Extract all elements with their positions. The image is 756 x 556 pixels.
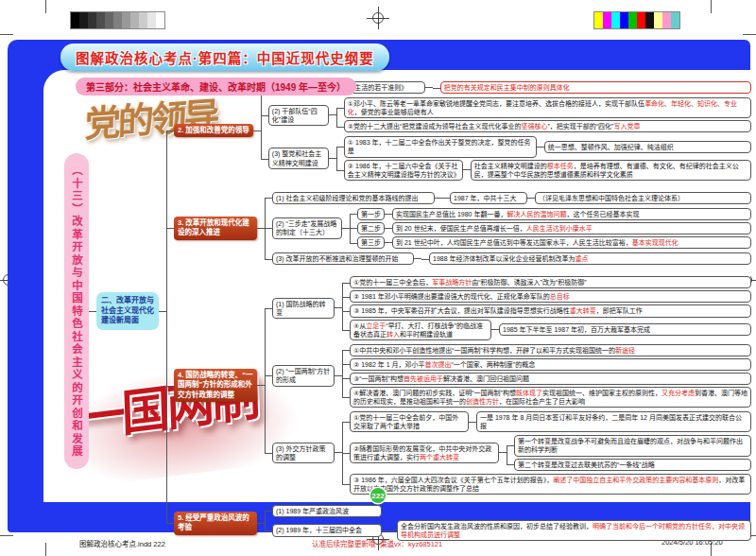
highlighted-text: 基本实现现代化 — [632, 239, 679, 246]
detail-row: 1987 年，中共十三大（详见毛泽东思想和中国特色社会主义理论体系） — [442, 191, 751, 205]
connector-line — [329, 114, 336, 115]
topic-label-box: (1) 国防战略的转变 — [272, 298, 335, 319]
connector-line — [385, 242, 392, 243]
color-swatch — [88, 12, 96, 28]
group-row: 3. 改革开放和现代化建设的深入推进(1) 社会主义初级阶段理论和党的基本路线的… — [166, 186, 751, 270]
connector-line — [527, 198, 535, 199]
color-swatch — [637, 12, 645, 28]
step-tag: 第一步 — [357, 208, 385, 220]
grayscale-calibration-bar — [70, 11, 165, 29]
detail-row: 把党的有关规定和民主集中制的原则具体化 — [433, 80, 751, 95]
connector-line — [463, 169, 471, 170]
topic-label-box: (2) “三步走”发展战略的制定（十三大） — [272, 217, 342, 238]
topic-label-box: (1) 社会主义初级阶段理论和党的基本路线的提出 — [272, 192, 435, 204]
topic-list: (1) 1989 年严重政治风波(2) 1989 年，十三届四中全会全会分析国内… — [265, 504, 751, 543]
color-swatch — [611, 12, 620, 28]
color-swatch — [662, 12, 671, 28]
detail-box: ②随着国际形势的发展变化，中共中央对外交政策进行重大调整，实行两个重大转变 — [350, 443, 499, 463]
page-title: 图解政治核心考点·第四篇：中国近现代史纲要 — [60, 43, 389, 71]
topic-label-box: (3) 整党和社会主义精神文明建设 — [268, 148, 329, 168]
side-note-row: 第一个转变是改变战争不可避免而且迫在眉睫的观点，对战争与和平问题作出新的科学判断 — [507, 434, 751, 457]
crop-mark — [45, 543, 46, 556]
detail-box: ④从立足于“早打、大打、打核战争”的临战准备状态真正转入和平时期建设轨道 — [350, 320, 491, 340]
group-label-box: 3. 改革开放和现代化建设的深入推进 — [174, 217, 257, 239]
chapter-title-box: （十三）改革开放与中国特色社会主义的开创和发展 — [64, 153, 89, 470]
detail-box: ①邓小平、陈云等老一辈革命家敏锐地提醒全党同志，要注意培养、选拔合格的接班人，实… — [344, 97, 751, 118]
detail-row: ①党的十一届三中全会后，军事战略方针由“积极防御、诱敌深入”改为“积极防御” — [342, 275, 751, 289]
highlighted-text: 两个重大转变 — [420, 454, 459, 460]
crop-mark — [0, 535, 13, 536]
detail-box: ③ 1985 年，中央军委召开扩大会议，提出对军队建设指导思想实行战略性重大转变… — [350, 304, 751, 317]
color-swatch — [594, 12, 603, 28]
highlighted-text: 首先被运用于 — [404, 375, 443, 382]
connector-line — [335, 375, 342, 376]
detail-list: ① 1983 年，十二届二中全会作出关于整党的决定，整党的任务是统一思想、整顿作… — [336, 135, 751, 181]
highlighted-text: 明确了当前和今后一个时期党的方针任务，对中央领导机构成员进行调整 — [401, 523, 745, 538]
detail-row: ③ 1985 年，中央军委召开扩大会议，提出对军队建设指导思想实行战略性重大转变… — [342, 304, 751, 318]
detail-row: ① 1983 年，十二届二中全会作出关于整党的决定，整党的任务是统一思想、整顿作… — [336, 135, 751, 158]
detail-list: ①中共中央和邓小平创造性地提出“一国两制”科学构想，开辟了以和平方式实现祖国统一… — [342, 343, 751, 408]
connector-line — [425, 87, 433, 88]
section-subtitle: 第三部分：社会主义革命、建设、改革时期（1949 年—至今） — [76, 78, 356, 96]
topic-label-box: (3) 外交方针政策的调整 — [272, 443, 335, 463]
detail-row: ②随着国际形势的发展变化，中共中央对外交政策进行重大调整，实行两个重大转变第一个… — [342, 433, 751, 472]
topic-list: (1) 社会主义初级阶段理论和党的基本路线的提出1987 年，中共十三大（详见毛… — [265, 190, 751, 267]
color-swatch — [628, 12, 637, 28]
group-label-box: 4. 国防战略的转变、“一国两制”方针的形成和外交方针政策的调整 — [174, 369, 257, 401]
highlighted-text: 立足于 — [366, 322, 386, 329]
connector-line — [491, 329, 499, 330]
color-swatch — [79, 12, 88, 28]
detail-list: ①邓小平、陈云等老一辈革命家敏锐地提醒全党同志，要注意培养、选拔合格的接班人，实… — [336, 96, 751, 133]
connector-line — [159, 311, 166, 312]
crop-mark — [711, 0, 712, 13]
detail-box: ② 1982 年 1 月，邓小平首次提出“一个国家、两种制度”的概念 — [350, 358, 751, 371]
color-swatch — [71, 12, 79, 28]
highlighted-text: 革命化、年轻化、知识化、专业化 — [348, 100, 737, 115]
side-note-box: 社会主义精神文明建设的根本任务，是培养有理想、有道德、有文化、有纪律的社会主义公… — [471, 160, 751, 181]
detail-box: 到 21 世纪中叶，人均国民生产总值达到中等发达国家水平，人民生活比较富裕，基本… — [392, 236, 751, 249]
cmyk-color-bar — [593, 11, 680, 29]
highlighted-text: 新途径 — [615, 347, 635, 354]
highlighted-text: 根本任务 — [547, 163, 574, 169]
side-note-box: （详见毛泽东思想和中国特色社会主义理论体系） — [535, 192, 751, 204]
detail-row: 第一步实现国民生产总值比 1980 年翻一番，解决人民的温饱问题，这个任务已经基… — [350, 207, 751, 221]
highlighted-text: 阐述了中国独立自主和平外交政策的主要内容和基本原则 — [553, 477, 718, 483]
group-row: 4. 国防战略的转变、“一国两制”方针的形成和外交方针政策的调整(1) 国防战略… — [166, 270, 751, 500]
highlighted-text: 又充分考虑 — [662, 390, 695, 396]
highlighted-text: 解决人民的温饱问题 — [507, 211, 566, 217]
detail-box: ①党的十一届三中全会后，军事战略方针由“积极防御、诱敌深入”改为“积极防御” — [350, 276, 751, 288]
topic-label-box: (1) 1989 年严重政治风波 — [272, 505, 382, 517]
detail-box: ② 1981 年邓小平明确提出要建设强大的现代化、正规化革命军队的总目标 — [350, 290, 751, 303]
crop-mark — [0, 34, 13, 35]
detail-box: 1988 年经济体制改革以深化企业经营机制改革为重点 — [429, 252, 751, 265]
detail-row: ② 1982 年 1 月，邓小平首次提出“一个国家、两种制度”的概念 — [342, 357, 751, 372]
topic-list: (1) 国防战略的转变①党的十一届三中全会后，军事战略方针由“积极防御、诱敌深入… — [265, 274, 751, 496]
topic-row: (2) 干部队伍“四化”建设①邓小平、陈云等老一辈革命家敏锐地提醒全党同志，要注… — [261, 96, 751, 134]
topic-row: (3) 外交方针政策的调整①党的十一届三中全会前夕，中国外交采取了两个重大举措一… — [265, 409, 751, 496]
connector-line — [335, 307, 342, 308]
detail-box: 全会分析国内发生政治风波的性质和原因，初步总结了经验教训，明确了当前和今后一个时… — [397, 520, 751, 541]
detail-row: ④从立足于“早打、大打、打核战争”的临战准备状态真正转入和平时期建设轨道1985… — [342, 319, 751, 341]
color-swatch — [645, 12, 654, 28]
detail-row: 全会分析国内发生政治风波的性质和原因，初步总结了经验教训，明确了当前和今后一个时… — [389, 519, 751, 542]
color-swatch — [603, 12, 611, 28]
highlighted-text: 坚强核心 — [521, 123, 547, 130]
side-note-box: 统一思想、整顿作风、加强纪律、纯洁组织 — [544, 141, 751, 153]
connector-line — [342, 228, 350, 229]
highlighted-text: 创造性方针 — [466, 398, 499, 405]
color-swatch — [113, 12, 122, 28]
side-note-box: 第二个转变是改变过去联美抗苏的“一条线”战略 — [514, 459, 751, 471]
connector-line — [385, 228, 392, 229]
connector-line — [537, 147, 544, 148]
detail-box: ② 1986 年，十二届六中全会《关于社会主义精神文明建设指导方针的决议》 — [344, 160, 463, 181]
detail-box: ②党的十二大提出“把党建设成为领导社会主义现代化事业的坚强核心”，把实现干部的“… — [344, 120, 751, 132]
connector-line — [382, 530, 389, 531]
detail-row: ②党的十二大提出“把党建设成为领导社会主义现代化事业的坚强核心”，把实现干部的“… — [336, 119, 751, 133]
color-swatch — [620, 12, 628, 28]
color-swatch — [105, 12, 113, 28]
detail-row: ② 1981 年邓小平明确提出要建设强大的现代化、正规化革命军队的总目标 — [342, 289, 751, 304]
group-label-box: 2. 加强和改善党的领导 — [174, 124, 253, 137]
detail-list: ①党的十一届三中全会后，军事战略方针由“积极防御、诱敌深入”改为“积极防御”② … — [342, 275, 751, 340]
crop-mark — [45, 0, 46, 13]
group-label-box: 5. 经受严重政治风波的考验 — [174, 512, 257, 534]
